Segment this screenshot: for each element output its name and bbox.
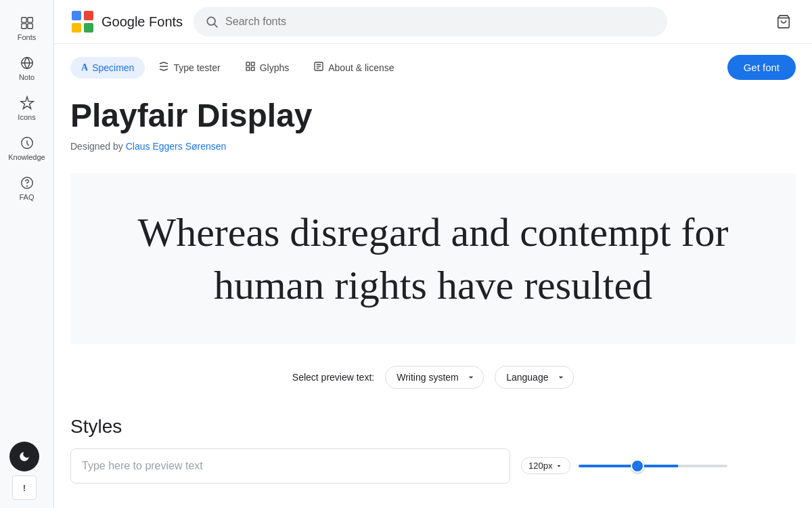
knowledge-icon [19,135,35,151]
fonts-icon [19,15,35,31]
font-name: Playfair Display [70,96,796,135]
glyphs-icon [245,61,256,75]
sidebar-faq-label: FAQ [19,193,34,201]
sidebar-icons-label: Icons [18,113,35,121]
size-chevron-icon [555,462,563,470]
styles-heading: Styles [70,416,796,438]
designer-link[interactable]: Claus Eggers Sørensen [126,141,227,152]
header: Google Fonts [54,0,812,44]
dark-mode-button[interactable] [9,442,39,471]
select-preview-label: Select preview text: [292,372,374,383]
tab-glyphs-label: Glyphs [260,62,290,73]
moon-icon [18,450,30,463]
svg-point-11 [207,17,215,25]
about-icon [313,61,324,75]
writing-system-select[interactable]: Writing system Latin Cyrillic Greek [385,366,484,389]
tab-glyphs[interactable]: Glyphs [234,56,300,80]
style-preview-input[interactable] [70,448,510,484]
font-preview-area: Whereas disregard and contempt for human… [70,173,796,344]
language-select[interactable]: Language English French Spanish [495,366,574,389]
search-icon [205,15,219,28]
type-tester-icon [158,61,169,75]
svg-rect-0 [21,18,26,22]
size-badge[interactable]: 120px [521,457,570,474]
report-icon: ! [23,483,26,493]
svg-rect-14 [246,62,250,66]
tab-about[interactable]: About & license [302,56,405,80]
noto-icon [19,55,35,71]
svg-rect-1 [27,18,32,22]
sidebar: Fonts Noto Icons Knowledge [0,0,54,508]
sidebar-item-fonts[interactable]: Fonts [3,9,51,47]
icons-icon [19,95,35,111]
svg-rect-16 [246,67,250,70]
size-slider[interactable] [579,465,727,467]
sidebar-item-faq[interactable]: FAQ [3,169,51,207]
svg-rect-7 [72,11,81,20]
sidebar-item-noto[interactable]: Noto [3,49,51,87]
sidebar-item-icons[interactable]: Icons [3,89,51,127]
font-designer: Designed by Claus Eggers Sørensen [70,141,796,152]
sidebar-item-knowledge[interactable]: Knowledge [3,129,51,167]
size-control: 120px [521,457,727,474]
search-input[interactable] [225,16,656,28]
svg-rect-2 [21,24,26,28]
svg-rect-17 [251,67,254,70]
styles-section: Styles 120px [70,416,796,484]
sidebar-knowledge-label: Knowledge [8,153,45,161]
specimen-icon: A [81,62,88,73]
logo-link[interactable]: Google Fonts [70,9,183,34]
tab-specimen-label: Specimen [92,62,134,73]
svg-rect-3 [27,24,32,28]
size-value: 120px [528,461,552,471]
faq-icon [19,175,35,191]
preview-sample-text: Whereas disregard and contempt for human… [87,206,780,312]
logo-text: Google Fonts [102,14,183,30]
content-area: A Specimen Type tester [54,44,812,508]
tab-type-tester-label: Type tester [173,62,220,73]
select-preview-row: Select preview text: Writing system Lati… [70,366,796,389]
svg-rect-8 [84,11,93,20]
svg-rect-15 [251,62,254,66]
main-content: Google Fonts A Specimen [54,0,812,508]
size-slider-wrap [579,465,727,467]
svg-rect-9 [72,23,81,33]
bottom-bar: ! [9,442,39,500]
tab-about-label: About & license [328,62,394,73]
sidebar-fonts-label: Fonts [18,33,37,41]
header-right [771,9,796,34]
search-bar [194,7,667,37]
get-font-button[interactable]: Get font [727,55,796,80]
svg-point-6 [26,186,27,186]
tab-type-tester[interactable]: Type tester [148,56,231,80]
preview-input-row: 120px [70,448,796,484]
svg-line-12 [215,24,218,28]
shopping-bag-icon[interactable] [771,9,796,34]
google-logo-icon [70,9,95,34]
sidebar-noto-label: Noto [19,73,35,81]
tab-specimen[interactable]: A Specimen [70,57,145,79]
report-button[interactable]: ! [12,475,37,500]
svg-rect-10 [84,23,93,33]
tabs-bar: A Specimen Type tester [70,55,796,80]
